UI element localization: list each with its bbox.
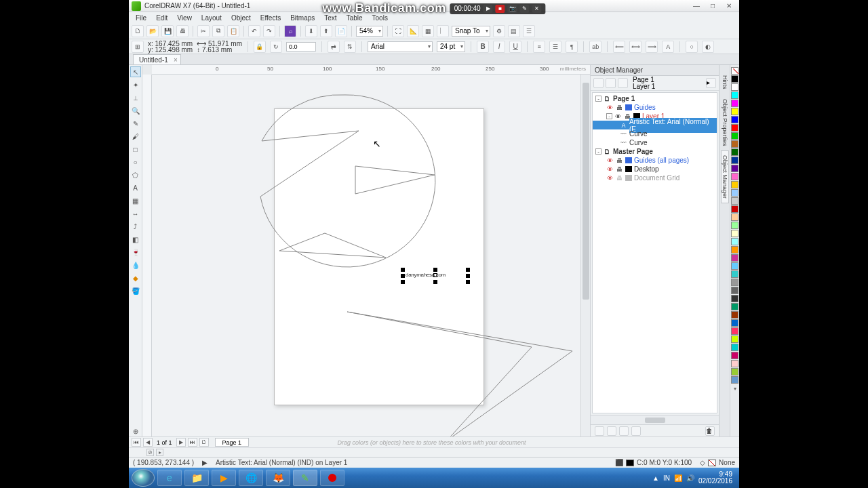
edit-across-layers-icon[interactable] <box>606 78 616 88</box>
color-swatch[interactable] <box>731 92 738 99</box>
color-swatch[interactable] <box>731 279 738 286</box>
shape-tool[interactable]: ✦ <box>130 79 141 90</box>
interactive-fill-tool[interactable]: ◆ <box>130 272 141 283</box>
tree-desktop[interactable]: 👁🖶Desktop <box>593 165 717 174</box>
color-swatch[interactable] <box>731 344 738 351</box>
drawing-canvas[interactable]: ↖ danymahesa.com <box>152 75 580 436</box>
color-swatch[interactable] <box>731 181 738 188</box>
color-swatch[interactable] <box>731 189 738 197</box>
lock-ratio-icon[interactable]: 🔒 <box>254 41 266 53</box>
color-swatch[interactable] <box>731 100 738 107</box>
color-swatch[interactable] <box>731 336 738 343</box>
undo-button[interactable]: ↶ <box>248 25 260 37</box>
delete-button[interactable]: 🗑 <box>705 426 715 436</box>
vtab-object-manager[interactable]: Object Manager <box>721 150 729 203</box>
mirror-v-button[interactable]: ⇅ <box>344 41 356 53</box>
taskbar-coreldraw-icon[interactable]: ✎ <box>293 470 317 486</box>
color-swatch[interactable] <box>731 327 738 335</box>
color-swatch[interactable] <box>731 254 738 262</box>
color-swatch[interactable] <box>731 287 738 294</box>
start-button[interactable] <box>132 469 155 487</box>
handle-icon[interactable] <box>433 280 437 284</box>
scroll-thumb[interactable] <box>583 83 589 300</box>
handle-icon[interactable] <box>466 280 470 284</box>
color-swatch[interactable] <box>731 270 738 278</box>
vtab-hints[interactable]: Hints <box>721 70 729 94</box>
new-master-layer-even-button[interactable] <box>631 426 641 436</box>
font-family-select[interactable]: Arial <box>368 41 433 52</box>
handle-icon[interactable] <box>466 268 470 272</box>
color-swatch[interactable] <box>731 83 738 91</box>
ellipse-tool[interactable]: ○ <box>130 157 141 167</box>
taskbar-bandicam-icon[interactable] <box>320 470 344 486</box>
smart-fill-tool[interactable]: 🪣 <box>130 285 141 296</box>
convert-button[interactable]: ○ <box>686 41 698 53</box>
eyedropper-tool[interactable]: 💧 <box>130 260 141 270</box>
bold-button[interactable]: B <box>477 41 489 53</box>
text-tool[interactable]: A <box>130 182 141 193</box>
edit-text-button[interactable]: ab <box>589 41 601 53</box>
no-fill-swatch[interactable] <box>731 67 738 75</box>
rec-stop-icon[interactable]: ■ <box>496 5 505 13</box>
new-master-layer-odd-button[interactable] <box>619 426 629 436</box>
docker-h-scrollbar[interactable] <box>591 415 719 424</box>
palette-scroll-down-icon[interactable]: ▾ <box>734 386 736 392</box>
tray-network-icon[interactable]: 📶 <box>674 474 682 482</box>
taskbar-explorer-icon[interactable]: 📁 <box>184 470 209 486</box>
color-swatch[interactable] <box>731 368 738 375</box>
dimension-tool[interactable]: ↔ <box>130 208 141 219</box>
paste-button[interactable]: 📋 <box>227 25 239 37</box>
taskbar-media-icon[interactable]: ▶ <box>212 470 236 486</box>
export-button[interactable]: ⬆ <box>320 25 332 37</box>
cut-button[interactable]: ✂ <box>197 25 210 37</box>
color-swatch[interactable] <box>731 352 738 359</box>
menu-edit[interactable]: Edit <box>152 14 172 22</box>
color-swatch[interactable] <box>731 303 738 310</box>
freehand-tool[interactable]: ✎ <box>130 118 141 129</box>
new-button[interactable]: 🗋 <box>132 25 144 37</box>
tree-artistic-text[interactable]: AArtistic Text: Arial (Normal) (E <box>593 121 717 129</box>
handle-icon[interactable] <box>401 274 405 278</box>
new-master-layer-button[interactable] <box>607 426 616 436</box>
handle-icon[interactable] <box>401 280 405 284</box>
vertical-ruler[interactable] <box>142 75 152 436</box>
rotation-angle-input[interactable]: 0.0 <box>286 42 316 52</box>
open-button[interactable]: 📂 <box>146 25 159 37</box>
save-button[interactable]: 💾 <box>161 25 174 37</box>
pick-tool[interactable]: ↖ <box>130 66 141 77</box>
snap-to-select[interactable]: Snap To <box>452 26 490 37</box>
tree-page[interactable]: -🗋Page 1 <box>593 94 717 103</box>
color-swatch[interactable] <box>731 140 738 148</box>
rec-close-icon[interactable]: ✕ <box>532 5 542 13</box>
tree-grid[interactable]: 👁🖶Document Grid <box>593 174 717 182</box>
align-center-button[interactable]: ⟺ <box>629 41 642 53</box>
selection-box[interactable]: danymahesa.com <box>403 270 468 282</box>
import-button[interactable]: ⬇ <box>305 25 317 37</box>
drop-shadow-tool[interactable]: ◧ <box>130 234 141 245</box>
print-button[interactable]: 🖶 <box>176 25 189 37</box>
color-swatch[interactable] <box>731 360 738 367</box>
layer-manager-view-icon[interactable] <box>618 78 628 88</box>
system-tray[interactable]: ▲ IN 📶 🔊 9:4902/02/2016 <box>652 471 736 485</box>
font-size-select[interactable]: 24 pt <box>437 41 465 52</box>
object-tree[interactable]: -🗋Page 1 👁🖶Guides -👁🖶Layer 1 AArtistic T… <box>592 92 717 413</box>
color-swatch[interactable] <box>731 238 738 245</box>
color-swatch[interactable] <box>731 132 738 140</box>
docker-options-icon[interactable]: ▸ <box>706 78 716 88</box>
mirror-h-button[interactable]: ⇄ <box>328 41 340 53</box>
color-swatch[interactable] <box>731 262 738 270</box>
options-button[interactable]: ⚙ <box>493 25 505 37</box>
tree-guides[interactable]: 👁🖶Guides <box>593 103 717 112</box>
menu-effects[interactable]: Effects <box>256 14 285 22</box>
horizontal-ruler[interactable]: 0 50 100 150 200 250 300 millimeters <box>152 65 590 75</box>
align-left-button[interactable]: ⟸ <box>613 41 625 53</box>
color-swatch[interactable] <box>731 295 738 302</box>
italic-button[interactable]: I <box>493 41 505 53</box>
taskbar-firefox-icon[interactable]: 🦊 <box>266 470 290 486</box>
palette-options-icon[interactable]: ▸ <box>156 449 163 456</box>
text-align-button[interactable]: ≡ <box>533 41 545 53</box>
rectangle-tool[interactable]: □ <box>130 144 141 155</box>
menu-bitmaps[interactable]: Bitmaps <box>286 14 319 22</box>
page-tab[interactable]: Page 1 <box>215 438 250 447</box>
rec-draw-icon[interactable]: ✎ <box>520 5 530 13</box>
